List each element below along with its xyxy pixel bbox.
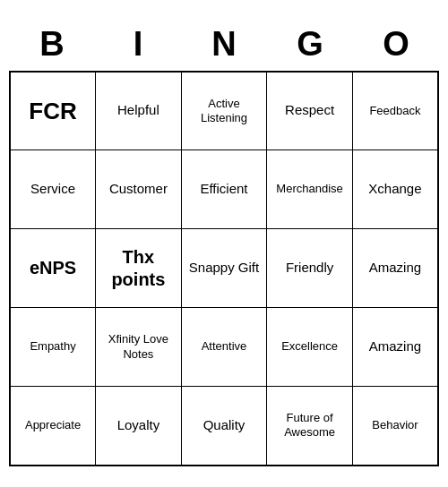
grid-cell: Loyalty: [96, 387, 182, 466]
grid-cell: Feedback: [352, 72, 438, 150]
grid-cell: Quality: [181, 387, 267, 466]
grid-cell: Helpful: [96, 72, 182, 150]
table-row: FCRHelpfulActive ListeningRespectFeedbac…: [10, 72, 438, 150]
grid-cell: Future of Awesome: [267, 387, 353, 466]
grid-cell: Excellence: [267, 308, 353, 387]
grid-cell: Empathy: [10, 308, 96, 387]
grid-cell: Xfinity Love Notes: [96, 308, 182, 387]
table-row: EmpathyXfinity Love NotesAttentiveExcell…: [10, 308, 438, 387]
table-row: AppreciateLoyaltyQualityFuture of Awesom…: [10, 387, 438, 466]
grid-cell: Customer: [96, 150, 182, 229]
grid-cell: Xchange: [352, 150, 438, 229]
bingo-title: B I N G O: [9, 21, 439, 71]
grid-cell: Snappy Gift: [181, 229, 267, 308]
grid-cell: Behavior: [352, 387, 438, 466]
table-row: eNPSThx pointsSnappy GiftFriendlyAmazing: [10, 229, 438, 308]
grid-cell: Service: [10, 150, 96, 229]
grid-cell: Efficient: [181, 150, 267, 229]
grid-cell: Appreciate: [10, 387, 96, 466]
bingo-card: B I N G O FCRHelpfulActive ListeningResp…: [9, 21, 439, 466]
bingo-grid: FCRHelpfulActive ListeningRespectFeedbac…: [9, 71, 439, 466]
grid-cell: Friendly: [267, 229, 353, 308]
grid-cell: Amazing: [352, 308, 438, 387]
grid-cell: Thx points: [96, 229, 182, 308]
letter-i: I: [99, 25, 177, 64]
letter-g: G: [271, 25, 349, 64]
letter-n: N: [185, 25, 263, 64]
grid-cell: Respect: [267, 72, 353, 150]
grid-cell: Attentive: [181, 308, 267, 387]
grid-cell: eNPS: [10, 229, 96, 308]
grid-cell: Amazing: [352, 229, 438, 308]
letter-o: O: [357, 25, 435, 64]
letter-b: B: [13, 25, 91, 64]
table-row: ServiceCustomerEfficientMerchandiseXchan…: [10, 150, 438, 229]
grid-cell: FCR: [10, 72, 96, 150]
grid-cell: Merchandise: [267, 150, 353, 229]
grid-cell: Active Listening: [181, 72, 267, 150]
